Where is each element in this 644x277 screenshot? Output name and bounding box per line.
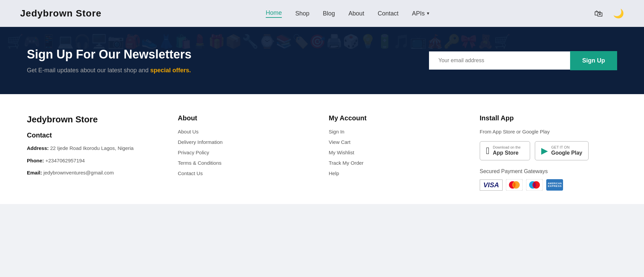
nav-home[interactable]: Home: [266, 9, 282, 18]
help-link[interactable]: Help: [329, 170, 466, 176]
visa-icon: VISA: [480, 180, 503, 191]
footer-col-about: About About Us Delivery Information Priv…: [178, 114, 315, 191]
google-play-small-text: GET IT ON: [551, 145, 582, 150]
header: Jedybrown Store Home Shop Blog About Con…: [0, 0, 644, 27]
newsletter-banner: 🛒🎮📱💻🎧🖥️📷🎒👟👗🛍️💄🎁📦🔧⌚📚🏷️🎯🖨️🎲💡🔋🎵📺🎪🔑🎀🧸🛒 Sign …: [0, 27, 644, 94]
amex-icon: AMERICAN EXPRESS: [546, 179, 563, 191]
app-store-big-text: App Store: [493, 150, 521, 157]
google-play-icon: ▶: [541, 146, 548, 156]
footer-address: Address: 22 Ijede Road Ikorodu Lagos, Ni…: [27, 145, 164, 152]
install-app-description: From App Store or Google Play: [480, 129, 617, 134]
app-buttons:  Download on the App Store ▶ GET IT ON …: [480, 141, 617, 160]
newsletter-subtitle: Get E-mail updates about our latest shop…: [27, 67, 191, 74]
terms-conditions-link[interactable]: Terms & Conditions: [178, 160, 315, 166]
contact-us-link[interactable]: Contact Us: [178, 170, 315, 176]
view-cart-link[interactable]: View Cart: [329, 139, 466, 145]
google-play-button[interactable]: ▶ GET IT ON Google Play: [535, 141, 589, 160]
dark-mode-icon[interactable]: 🌙: [613, 8, 624, 19]
site-logo: Jedybrown Store: [20, 8, 101, 19]
email-input[interactable]: [429, 51, 570, 70]
nav-blog[interactable]: Blog: [323, 10, 335, 17]
apis-dropdown-arrow: ▼: [426, 11, 430, 16]
footer-col-install: Install App From App Store or Google Pla…: [480, 114, 617, 191]
apple-icon: : [486, 146, 489, 156]
main-nav: Home Shop Blog About Contact APIs ▼: [266, 9, 430, 18]
footer-install-title: Install App: [480, 114, 617, 122]
mastercard-icon: [506, 179, 523, 191]
signup-button[interactable]: Sign Up: [570, 51, 617, 70]
app-store-button[interactable]:  Download on the App Store: [480, 141, 530, 160]
footer-phone: Phone: +2347062957194: [27, 157, 164, 165]
sign-in-link[interactable]: Sign In: [329, 129, 466, 134]
footer: Jedybrown Store Contact Address: 22 Ijed…: [0, 94, 644, 204]
footer-logo: Jedybrown Store: [27, 114, 164, 125]
footer-col-contact: Jedybrown Store Contact Address: 22 Ijed…: [27, 114, 164, 191]
app-store-small-text: Download on the: [493, 145, 521, 150]
my-wishlist-link[interactable]: My Wishlist: [329, 150, 466, 155]
delivery-info-link[interactable]: Delivery Information: [178, 139, 315, 145]
google-play-big-text: Google Play: [551, 150, 582, 157]
newsletter-subtitle-highlight: special offers.: [150, 67, 191, 74]
track-my-order-link[interactable]: Track My Order: [329, 160, 466, 166]
newsletter-text: Sign Up For Our Newsletters Get E-mail u…: [27, 47, 191, 74]
cart-icon[interactable]: 🛍: [594, 8, 603, 19]
phone-label: Phone:: [27, 158, 44, 163]
newsletter-title: Sign Up For Our Newsletters: [27, 47, 191, 62]
payment-gateway-title: Secured Payment Gateways: [480, 168, 617, 174]
newsletter-subtitle-plain: Get E-mail updates about our latest shop…: [27, 67, 150, 74]
maestro-icon: [526, 179, 543, 191]
privacy-policy-link[interactable]: Privacy Policy: [178, 150, 315, 155]
footer-col-myaccount: My Account Sign In View Cart My Wishlist…: [329, 114, 466, 191]
footer-contact-title: Contact: [27, 131, 164, 139]
footer-myaccount-title: My Account: [329, 114, 466, 122]
footer-about-title: About: [178, 114, 315, 122]
newsletter-form: Sign Up: [429, 51, 617, 70]
nav-shop[interactable]: Shop: [295, 10, 309, 17]
header-icons: 🛍 🌙: [594, 8, 624, 19]
footer-email: Email: jedybrownventures@gmail.com: [27, 169, 164, 177]
address-label: Address:: [27, 145, 49, 151]
email-label: Email:: [27, 170, 42, 175]
nav-apis[interactable]: APIs ▼: [412, 10, 430, 17]
nav-contact[interactable]: Contact: [378, 10, 398, 17]
payment-icons: VISA AMERICA: [480, 179, 617, 191]
nav-about[interactable]: About: [348, 10, 364, 17]
about-us-link[interactable]: About Us: [178, 129, 315, 134]
